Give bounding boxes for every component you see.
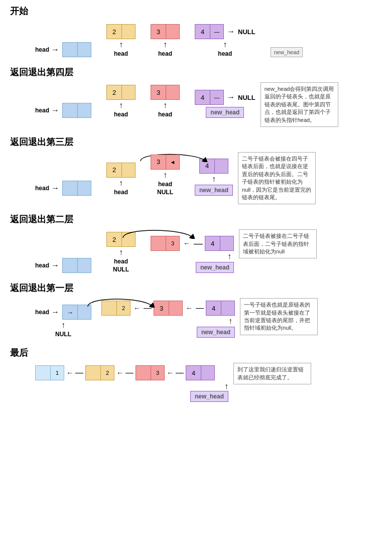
- node4-group: 4 — → NULL ↑ head: [195, 24, 255, 57]
- title-start: 开始: [10, 5, 382, 17]
- head1-label: head: [35, 46, 49, 53]
- node4-row: 4 — → NULL: [195, 24, 255, 39]
- node1-group: head →: [35, 42, 91, 57]
- head4-label: head: [218, 50, 232, 57]
- head3-label: head: [158, 50, 172, 57]
- r1-newhead: new_head: [197, 327, 235, 338]
- r2-node3: 3 ← — 4 ↑ new_: [151, 236, 234, 273]
- return3-body: head → 2: [10, 152, 382, 204]
- section-start: 开始 head → 2 ↑ head: [10, 5, 382, 57]
- r2-node1-box: [62, 258, 91, 273]
- null1: NULL: [238, 28, 255, 36]
- r2-node1: head →: [35, 258, 91, 273]
- section-return2: 返回退出第二层 head →: [10, 213, 382, 273]
- null-arrow1: →: [227, 27, 235, 36]
- node3-box: 3: [151, 24, 180, 39]
- node4-ptr: —: [210, 25, 223, 39]
- r3-node1: head →: [35, 181, 91, 196]
- title-return1: 返回退出第一层: [10, 282, 382, 294]
- final-node3-box: 3: [136, 365, 165, 380]
- node2-group: 2 ↑ head: [106, 24, 136, 57]
- node1-row: head →: [35, 42, 91, 57]
- section-return3: 返回退出第三层 head →: [10, 136, 382, 204]
- newhead-box-start: new_head: [271, 47, 303, 57]
- node1-val: [63, 43, 78, 57]
- r4-node3: 3 ↑ head: [151, 85, 180, 118]
- section-final: 最后 1 ← — 2 ← —: [10, 347, 382, 402]
- r3-node3: 3 ◄ ↑ head NULL: [151, 155, 180, 196]
- final-diagram: 1 ← — 2 ← — 3 ← —: [10, 363, 228, 402]
- node4-box: 4 —: [195, 24, 224, 39]
- note-final: 到了这里我们递归法逆置链表就已经彻底完成了。: [233, 363, 311, 384]
- node1-box: [62, 42, 91, 57]
- r4-node2-box: 2: [106, 85, 136, 100]
- title-final: 最后: [10, 347, 382, 359]
- arc-arrow-1: [83, 297, 193, 308]
- r3-node1-box: [62, 181, 91, 196]
- r4-newhead: new_head: [206, 107, 244, 118]
- arc-arrow-2: [118, 228, 269, 239]
- note-return4: new_head会得到第四次调用返回的子链表头，也就是原链表的链表尾。图中第四节…: [260, 82, 338, 127]
- newhead-group-start: new_head: [271, 21, 303, 57]
- head1-arrow: head →: [35, 45, 60, 54]
- r3-node3-box: 3 ◄: [151, 155, 180, 170]
- r4-node4: 4 — → NULL new_head: [195, 90, 255, 118]
- node2-val: 2: [107, 25, 122, 39]
- r2-newhead: new_head: [196, 262, 234, 273]
- title-return2: 返回退出第二层: [10, 213, 382, 225]
- final-body: 1 ← — 2 ← — 3 ← —: [10, 363, 382, 402]
- node3-ptr: [166, 25, 179, 39]
- r3-node2: 2 ↑ head: [106, 163, 136, 196]
- r4-head1: head →: [35, 106, 60, 115]
- r4-node1: head →: [35, 103, 91, 118]
- return2-body: head → 2: [10, 229, 382, 273]
- final-node4-box: 4: [186, 365, 215, 380]
- r1-node1: head → → ↑ NULL: [35, 305, 91, 338]
- r4-node3-box: 3: [151, 85, 180, 100]
- return4-diagram: head → 2 ↑ h: [10, 82, 255, 118]
- r3-node4: 4 ↑ new_head: [195, 159, 233, 196]
- r4-node4-box: 4 —: [195, 90, 224, 105]
- head2-label: head: [114, 50, 128, 57]
- final-node2-box: 2: [85, 365, 114, 380]
- node2-ptr: [122, 25, 135, 39]
- section-return4: 返回退出第四层 head →: [10, 66, 382, 127]
- r4-node1-box: [62, 103, 91, 118]
- return1-diagram: head → → ↑ NULL: [10, 298, 235, 338]
- node3-val: 3: [151, 25, 166, 39]
- arrow1: →: [51, 45, 59, 54]
- final-node1-box: 1: [35, 365, 64, 380]
- return3-diagram: head → 2: [10, 152, 233, 196]
- return2-diagram: head → 2: [10, 229, 234, 273]
- return1-body: head → → ↑ NULL: [10, 298, 382, 338]
- section-return1: 返回退出第一层 head →: [10, 282, 382, 338]
- node4-val: 4: [195, 25, 210, 39]
- title-return4: 返回退出第四层: [10, 66, 382, 78]
- r3-node2-box: 2: [106, 163, 136, 178]
- title-return3: 返回退出第三层: [10, 136, 382, 148]
- r1-node4-box: 4: [206, 301, 235, 316]
- final-newhead: new_head: [190, 391, 228, 402]
- r4-node1-row: head →: [35, 103, 91, 118]
- node2-box: 2: [106, 24, 136, 39]
- r3-newhead: new_head: [195, 185, 233, 196]
- node3-group: 3 ↑ head: [151, 24, 180, 57]
- final-chain: 1 ← — 2 ← — 3 ← —: [35, 365, 228, 380]
- note-return1: 一号子链表也就是原链表的第一节就是链表头被接在了当前逆置链表的尾部，并把指针域初…: [240, 298, 318, 335]
- return4-body: head → 2 ↑ h: [10, 82, 382, 127]
- r4-node2: 2 ↑ head: [106, 85, 136, 118]
- node1-ptr: [78, 43, 91, 57]
